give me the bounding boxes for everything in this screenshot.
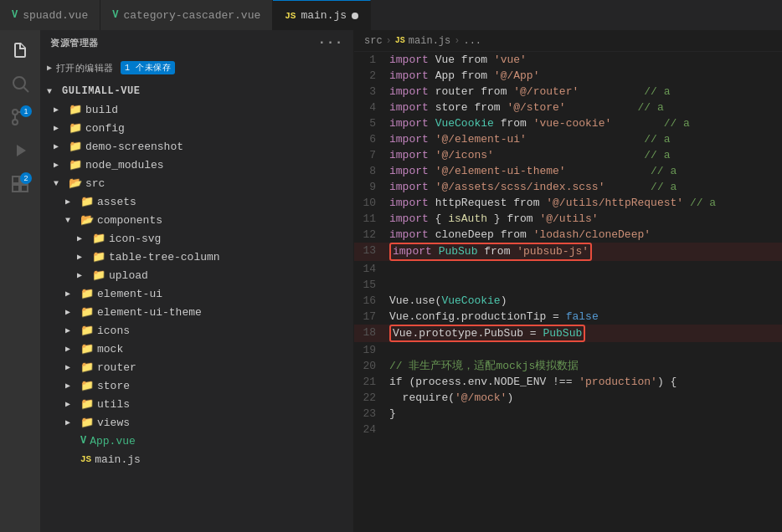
sidebar-item-utils[interactable]: ▶ 📁 utils [40,395,353,413]
folder-icon: 📁 [69,140,82,153]
sidebar-menu-icon[interactable]: ··· [318,35,343,50]
folder-label: build [85,104,118,116]
folder-label: components [97,214,162,227]
project-root[interactable]: ▼ GULIMALL-VUE [40,82,353,100]
folder-icon: 📁 [80,195,94,208]
folder-icon: 📁 [80,342,94,356]
sidebar-item-icon-svg[interactable]: ▶ 📁 icon-svg [40,229,353,248]
sidebar-item-element-ui[interactable]: ▶ 📁 element-ui [40,284,353,303]
line-number: 2 [354,68,389,84]
folder-label: config [85,122,125,135]
sidebar-title: 资源管理器 [50,37,99,49]
vue-icon: V [112,9,118,21]
tab-main-js[interactable]: JS main.js [273,0,371,30]
folder-label: src [85,177,105,190]
activity-bar: 1 2 [0,30,40,532]
line-content: import { isAuth } from '@/utils' [389,211,782,227]
extensions-badge: 2 [20,172,32,184]
chevron-right-icon: ▶ [65,289,77,299]
project-name: GULIMALL-VUE [62,85,141,97]
source-control-badge: 1 [20,105,32,117]
sidebar-item-assets[interactable]: ▶ 📁 assets [40,192,353,211]
folder-icon: 📁 [80,361,94,374]
line-number: 5 [354,115,389,131]
line-number: 14 [354,261,389,277]
line-content: } [389,406,782,422]
breadcrumb-src: src [364,35,383,47]
chevron-right-icon: ▶ [65,362,77,372]
line-number: 9 [354,179,389,195]
source-control-activity-icon[interactable]: 1 [7,104,33,130]
open-editors-section: ▶ 打开的编辑器 1 个未保存 [40,55,353,80]
debug-activity-icon[interactable] [7,137,33,164]
line-number: 23 [354,406,389,422]
line-number: 1 [354,52,389,68]
line-content: import store from '@/store' // a [389,100,782,115]
chevron-right-icon: ▶ [65,399,77,409]
open-editors-header[interactable]: ▶ 打开的编辑器 1 个未保存 [40,59,353,77]
folder-icon: 📁 [80,379,94,392]
code-editor[interactable]: 1import Vue from 'vue'2import App from '… [354,52,782,532]
chevron-down-icon: ▼ [47,87,59,96]
sidebar-item-build[interactable]: ▶ 📁 build [40,100,353,119]
sidebar-item-element-ui-theme[interactable]: ▶ 📁 element-ui-theme [40,303,353,321]
folder-icon: 📁 [69,121,82,135]
tab-label: category-cascader.vue [123,9,260,22]
line-number: 6 [354,131,389,147]
folder-label: mock [97,343,123,356]
line-content: if (process.env.NODE_ENV !== 'production… [389,374,782,390]
code-line: 3import router from '@/router' // a [354,84,782,100]
svg-line-1 [24,88,29,93]
file-label: App.vue [90,435,136,448]
line-number: 12 [354,227,389,243]
line-number: 20 [354,358,389,374]
breadcrumb: src › JS main.js › ... [354,30,782,52]
folder-icon: 📁 [69,103,82,116]
sidebar-item-upload[interactable]: ▶ 📁 upload [40,266,353,284]
sidebar-item-src[interactable]: ▼ 📂 src [40,174,353,192]
folder-label: router [97,361,136,374]
folder-label: views [97,417,130,429]
project-tree: ▼ GULIMALL-VUE ▶ 📁 build ▶ 📁 config ▶ [40,80,353,470]
line-number: 4 [354,100,389,115]
chevron-right-icon: ▶ [54,123,65,133]
code-line: 21if (process.env.NODE_ENV !== 'producti… [354,374,782,390]
line-number: 24 [354,422,389,437]
folder-icon: 📁 [80,287,94,300]
chevron-right-icon: ▶ [65,417,77,427]
extensions-activity-icon[interactable]: 2 [7,171,33,197]
folder-label: assets [97,196,136,208]
editor-area: src › JS main.js › ... 1import Vue from … [354,30,782,532]
code-line: 24 [354,422,782,437]
sidebar-item-table-tree-column[interactable]: ▶ 📁 table-tree-column [40,248,353,266]
sidebar-item-main-js[interactable]: JS main.js [40,450,353,468]
code-line: 13import PubSub from 'pubsub-js' [354,243,782,261]
line-content: import App from '@/App' [389,68,782,84]
chevron-right-icon: ▶ [47,63,53,73]
files-activity-icon[interactable] [7,37,33,64]
folder-icon: 📁 [80,416,94,429]
chevron-right-icon: ▶ [54,160,65,170]
sidebar-item-components[interactable]: ▼ 📂 components [40,211,353,229]
sidebar-item-config[interactable]: ▶ 📁 config [40,119,353,137]
js-file-icon: JS [80,454,91,464]
line-content: import router from '@/router' // a [389,84,782,100]
code-line: 5import VueCookie from 'vue-cookie' // a [354,115,782,131]
code-line: 17Vue.config.productionTip = false [354,309,782,325]
sidebar-item-node-modules[interactable]: ▶ 📁 node_modules [40,156,353,174]
folder-label: icons [97,325,130,337]
code-line: 8import '@/element-ui-theme' // a [354,163,782,179]
tab-spuadd[interactable]: V spuadd.vue [0,0,100,30]
sidebar-item-mock[interactable]: ▶ 📁 mock [40,340,353,358]
sidebar-item-store[interactable]: ▶ 📁 store [40,376,353,395]
sidebar-item-router[interactable]: ▶ 📁 router [40,358,353,376]
breadcrumb-sep2: › [454,35,460,47]
search-activity-icon[interactable] [7,70,33,97]
sidebar: 资源管理器 ··· ▶ 打开的编辑器 1 个未保存 ▼ GULIMALL-VUE [40,30,354,532]
sidebar-item-demo-screenshot[interactable]: ▶ 📁 demo-screenshot [40,137,353,156]
sidebar-item-views[interactable]: ▶ 📁 views [40,413,353,432]
line-content: import '@/element-ui-theme' // a [389,163,782,179]
sidebar-item-app-vue[interactable]: V App.vue [40,432,353,450]
tab-category-cascader[interactable]: V category-cascader.vue [100,0,273,30]
sidebar-item-icons[interactable]: ▶ 📁 icons [40,321,353,340]
